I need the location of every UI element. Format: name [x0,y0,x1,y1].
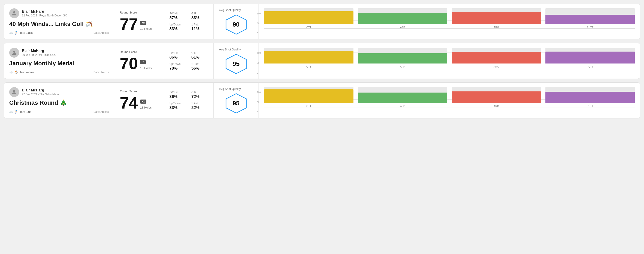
round-card: Blair McHarg 29 Jan 2022 · Mill Ride GCC… [4,43,640,79]
chart-column-ott: 110 OTT [264,87,354,107]
up-down-stat: Up/Down 33% [170,102,186,110]
player-info: Blair McHarg 29 Jan 2022 · Mill Ride GCC [22,49,56,57]
up-down-value: 33% [170,26,186,31]
chart-label-putt: PUTT [587,65,594,68]
card-quality: Avg Shot Quality 95 [214,43,259,79]
chart-label-putt: PUTT [587,105,594,107]
gir-value: 61% [192,55,208,60]
bag-icon: 🏌 [14,110,18,114]
gir-stat: GIR 61% [192,51,208,60]
card-left: Blair McHarg 12 Feb 2022 · Royal North D… [4,4,114,39]
player-name: Blair McHarg [22,9,67,13]
up-down-label: Up/Down [170,23,186,26]
chart-label-app: APP [400,26,405,29]
player-name: Blair McHarg [22,88,59,92]
chart-label-arg: ARG [494,26,499,29]
score-label: Round Score [120,11,158,14]
up-down-label: Up/Down [170,62,186,66]
score-holes: 18 Holes [140,66,152,70]
chart-label-putt: PUTT [587,26,594,29]
quality-label: Avg Shot Quality [219,48,241,51]
player-name: Blair McHarg [22,49,56,53]
gir-value: 83% [192,15,208,20]
chart-column-putt: 82 PUTT [546,8,635,29]
fw-hit-value: 36% [170,94,186,99]
one-putt-stat: 1 Putt 56% [192,62,208,71]
card-score: Round Score 70 -2 18 Holes [114,43,164,79]
card-footer: ☁️ 🏌 Tee: Yellow Data: Arccos [9,70,109,74]
avatar [9,87,19,97]
fw-hit-stat: FW Hit 36% [170,91,186,99]
hexagon-container: 95 [225,93,248,114]
player-header: Blair McHarg 27 Dec 2021 · The Oxfordshi… [9,87,109,97]
bag-icon: 🏌 [14,31,18,35]
card-footer: ☁️ 🏌 Tee: Blue Data: Arccos [9,110,109,114]
score-badge: +2 [140,100,146,104]
card-score: Round Score 77 +5 18 Holes [114,4,164,39]
round-card: Blair McHarg 12 Feb 2022 · Royal North D… [4,3,640,39]
chart-label-ott: OTT [306,105,311,107]
up-down-stat: Up/Down 33% [170,23,186,31]
up-down-value: 78% [170,66,186,71]
data-source: Data: Arccos [94,71,109,74]
gir-label: GIR [192,91,208,94]
round-title: 40 Mph Winds... Links Golf 🪃 [9,20,109,27]
card-chart: 100 50 0 110 OTT 87 APP 95 ARG 93 [259,83,640,118]
fw-hit-label: FW Hit [170,12,186,15]
weather-icon: ☁️ [9,31,13,35]
quality-label: Avg Shot Quality [219,87,241,91]
fw-hit-label: FW Hit [170,51,186,54]
hexagon-container: 95 [225,54,248,74]
round-card: Blair McHarg 27 Dec 2021 · The Oxfordshi… [4,82,640,118]
one-putt-stat: 1 Putt 22% [192,102,208,110]
chart-column-app: 95 APP [358,8,447,29]
gir-stat: GIR 83% [192,12,208,20]
card-quality: Avg Shot Quality 90 [214,4,259,39]
gir-stat: GIR 72% [192,91,208,99]
card-chart: 100 50 0 101 OTT 86 APP 96 ARG 99 [259,43,640,79]
round-title: Christmas Round 🎄 [9,99,109,106]
svg-point-2 [13,51,15,53]
chart-label-ott: OTT [306,65,311,68]
score-main: 74 +2 18 Holes [120,95,158,111]
chart-label-arg: ARG [494,105,499,107]
player-info: Blair McHarg 27 Dec 2021 · The Oxfordshi… [22,88,59,96]
round-title: January Monthly Medal [9,60,109,67]
card-stats: FW Hit 57% GIR 83% Up/Down 33% 1 Putt 11… [164,4,214,39]
up-down-value: 33% [170,105,186,110]
up-down-label: Up/Down [170,102,186,105]
chart-column-ott: 107 OTT [264,8,354,29]
fw-hit-stat: FW Hit 57% [170,12,186,20]
player-info: Blair McHarg 12 Feb 2022 · Royal North D… [22,9,67,17]
chart-label-app: APP [400,65,405,68]
player-meta: 27 Dec 2021 · The Oxfordshire [22,93,59,96]
quality-score: 95 [232,60,240,68]
data-source: Data: Arccos [94,110,109,114]
card-quality: Avg Shot Quality 95 [214,83,259,118]
quality-score: 90 [232,21,240,28]
one-putt-label: 1 Putt [192,23,208,26]
chart-column-arg: 98 ARG [452,8,541,29]
score-number: 70 [120,55,138,72]
tee-label: Tee: Yellow [20,71,34,74]
stats-grid: FW Hit 86% GIR 61% Up/Down 78% 1 Putt 56… [170,51,208,71]
card-left: Blair McHarg 27 Dec 2021 · The Oxfordshi… [4,83,114,118]
card-left: Blair McHarg 29 Jan 2022 · Mill Ride GCC… [4,43,114,79]
chart-column-putt: 99 PUTT [546,48,635,68]
quality-score: 95 [232,100,240,107]
fw-hit-label: FW Hit [170,91,186,94]
weather-icon: ☁️ [9,70,13,74]
chart-column-arg: 96 ARG [452,48,541,68]
one-putt-value: 11% [192,26,208,31]
score-holes: 18 Holes [140,106,152,109]
one-putt-stat: 1 Putt 11% [192,23,208,31]
chart-label-arg: ARG [494,65,499,68]
tee-label: Tee: Blue [20,110,31,114]
up-down-stat: Up/Down 78% [170,62,186,71]
data-source: Data: Arccos [94,31,109,34]
weather-icon: ☁️ [9,110,13,114]
card-score: Round Score 74 +2 18 Holes [114,83,164,118]
tee-info: ☁️ 🏌 Tee: Yellow [9,70,34,74]
score-main: 77 +5 18 Holes [120,16,158,32]
score-number: 77 [120,16,138,32]
